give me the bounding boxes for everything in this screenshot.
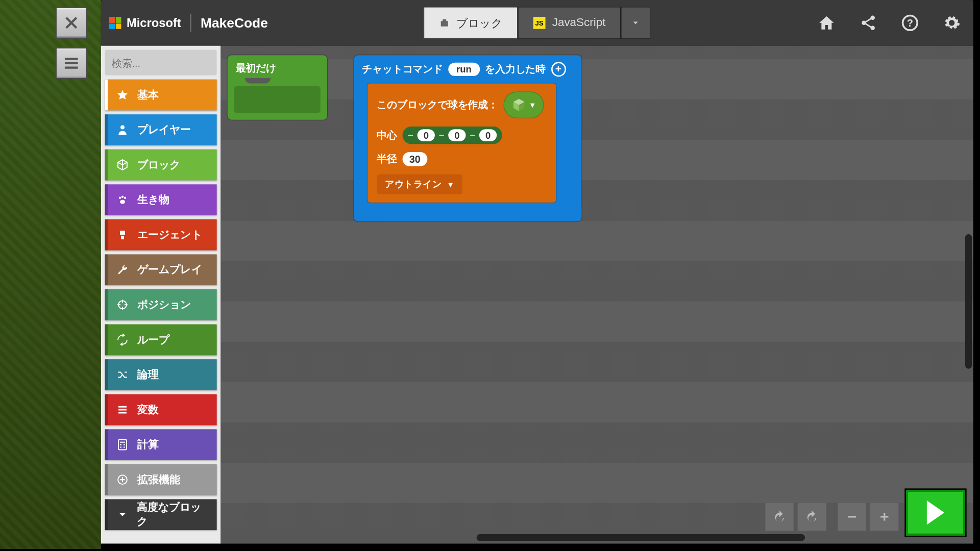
- microsoft-tiles-icon: [109, 17, 121, 29]
- grass-block-icon: [511, 97, 526, 112]
- js-badge-icon: JS: [533, 17, 546, 29]
- calc-icon: [116, 438, 129, 451]
- category-star[interactable]: 基本: [105, 80, 217, 111]
- coord-y[interactable]: 0: [448, 129, 465, 141]
- add-param-button[interactable]: +: [551, 62, 566, 77]
- category-target[interactable]: ポジション: [105, 289, 217, 320]
- workspace-controls: [765, 502, 899, 532]
- chat-command-input[interactable]: run: [448, 63, 479, 76]
- gear-icon: [943, 14, 960, 32]
- person-icon: [116, 123, 129, 136]
- chat-suffix: を入力した時: [485, 63, 546, 76]
- share-button[interactable]: [859, 13, 878, 32]
- shuffle-icon: [116, 368, 129, 381]
- horizontal-scrollbar[interactable]: [477, 534, 805, 541]
- block-on-chat-command[interactable]: チャットコマンド run を入力した時 + このブロックで球を作成： ▼ 中心 …: [354, 55, 582, 221]
- category-label: 論理: [137, 368, 159, 382]
- header-divider: [190, 14, 191, 32]
- tab-js-dropdown[interactable]: [621, 7, 651, 39]
- category-label: ブロック: [137, 158, 180, 172]
- plus-icon: [116, 473, 129, 486]
- coord-z[interactable]: 0: [479, 129, 497, 141]
- play-icon: [927, 500, 944, 524]
- chevron-down-icon: ▼: [447, 180, 454, 188]
- blocks-icon: [439, 17, 450, 28]
- paw-icon: [116, 193, 129, 206]
- svg-rect-14: [118, 440, 127, 450]
- editor-tabs: ブロック JS JavaScript: [424, 7, 651, 39]
- microsoft-logo[interactable]: Microsoft: [109, 16, 181, 30]
- category-label: 拡張機能: [137, 472, 180, 487]
- coord-x[interactable]: 0: [418, 129, 435, 141]
- block-picker[interactable]: ▼: [503, 91, 544, 118]
- svg-point-8: [121, 196, 124, 198]
- help-button[interactable]: ?: [900, 13, 919, 32]
- run-button[interactable]: [906, 490, 965, 536]
- toolbox-panel: 基本プレイヤーブロック生き物エージェントゲームプレイポジションループ論理変数計算…: [101, 46, 221, 544]
- chevron-down-icon: ▼: [529, 101, 536, 109]
- category-label: ループ: [137, 333, 169, 347]
- category-label: 高度なブロック: [137, 500, 209, 529]
- undo-icon: [773, 510, 786, 523]
- svg-rect-12: [121, 236, 124, 239]
- radius-label: 半径: [377, 153, 397, 165]
- tab-js-label: JavaScript: [552, 16, 606, 30]
- category-paw[interactable]: 生き物: [105, 184, 217, 215]
- close-x-icon: [63, 14, 80, 32]
- category-loop[interactable]: ループ: [105, 324, 217, 356]
- zoom-out-button[interactable]: [837, 502, 867, 532]
- redo-button[interactable]: [797, 502, 826, 532]
- share-icon: [860, 14, 877, 32]
- category-chevdown[interactable]: 高度なブロック: [105, 499, 217, 530]
- blocks-workspace[interactable]: 最初だけ チャットコマンド run を入力した時 + このブロックで球を作成： …: [221, 46, 973, 544]
- outline-dropdown[interactable]: アウトライン ▼: [377, 174, 462, 195]
- category-label: ポジション: [137, 298, 191, 312]
- center-coords[interactable]: ~ 0 ~ 0 ~ 0: [403, 127, 502, 144]
- category-wrench[interactable]: ゲームプレイ: [105, 254, 217, 285]
- on-start-label: 最初だけ: [236, 62, 276, 73]
- chevdown-icon: [116, 508, 129, 521]
- hamburger-icon: [63, 55, 80, 72]
- toolbox-search[interactable]: [105, 50, 217, 76]
- menu-button[interactable]: [55, 47, 87, 79]
- center-label: 中心: [377, 129, 397, 142]
- chevron-down-icon: [631, 18, 641, 28]
- settings-button[interactable]: [942, 13, 961, 32]
- tab-javascript[interactable]: JS JavaScript: [518, 7, 621, 39]
- zoom-in-button[interactable]: [870, 502, 899, 532]
- undo-button[interactable]: [765, 502, 794, 532]
- vertical-scrollbar[interactable]: [965, 234, 972, 369]
- category-lines[interactable]: 変数: [105, 394, 217, 425]
- svg-point-7: [119, 197, 121, 199]
- cube-icon: [116, 158, 129, 171]
- product-name: MakeCode: [201, 15, 268, 31]
- tab-blocks[interactable]: ブロック: [424, 7, 518, 39]
- microsoft-text: Microsoft: [127, 16, 181, 30]
- category-label: 生き物: [137, 193, 169, 207]
- close-editor-button[interactable]: [55, 7, 87, 39]
- category-cube[interactable]: ブロック: [105, 149, 217, 181]
- wrench-icon: [116, 263, 129, 277]
- header-bar: Microsoft MakeCode ブロック JS JavaScript ?: [101, 0, 973, 46]
- category-agent[interactable]: エージェント: [105, 219, 217, 251]
- block-sphere[interactable]: このブロックで球を作成： ▼ 中心 ~ 0 ~ 0 ~ 0: [368, 84, 556, 203]
- plus-icon: [878, 510, 891, 523]
- svg-rect-11: [120, 231, 125, 235]
- block-on-start[interactable]: 最初だけ: [228, 55, 327, 120]
- minus-icon: [845, 510, 859, 523]
- minecraft-background: [0, 0, 101, 549]
- star-icon: [116, 88, 129, 102]
- category-calc[interactable]: 計算: [105, 429, 217, 460]
- category-person[interactable]: プレイヤー: [105, 114, 217, 145]
- category-shuffle[interactable]: 論理: [105, 359, 217, 390]
- chat-prefix: チャットコマンド: [362, 63, 443, 76]
- radius-input[interactable]: 30: [403, 152, 427, 166]
- category-label: 計算: [137, 438, 159, 452]
- help-icon: ?: [901, 14, 919, 32]
- search-input[interactable]: [112, 57, 221, 68]
- home-button[interactable]: [817, 13, 836, 32]
- svg-point-10: [120, 200, 125, 204]
- category-plus[interactable]: 拡張機能: [105, 464, 217, 495]
- svg-point-9: [124, 197, 126, 199]
- category-label: エージェント: [137, 228, 202, 242]
